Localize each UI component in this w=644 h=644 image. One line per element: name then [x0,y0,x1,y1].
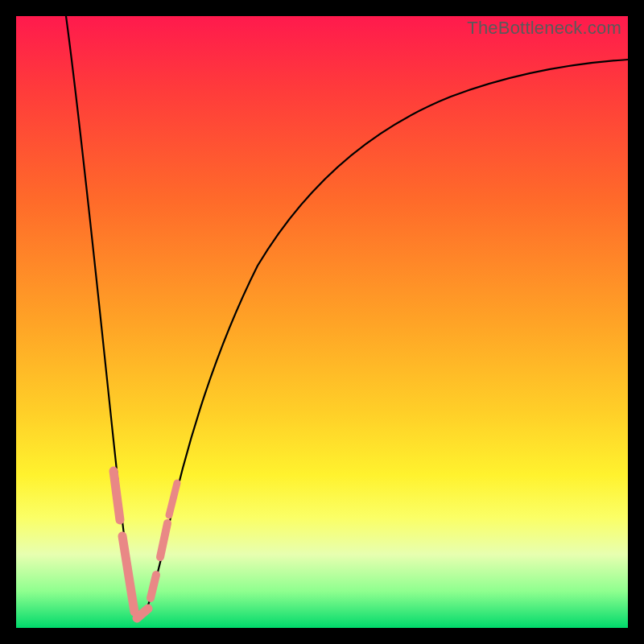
bead-segment [122,536,134,612]
bead-segment [160,523,167,557]
bead-segment [114,471,120,520]
bottleneck-curve-svg [16,16,628,628]
bottleneck-curve-line [66,16,628,617]
chart-plot-area: TheBottleneck.com [16,16,628,628]
bead-segment [137,609,148,618]
bead-segment [169,483,177,515]
bead-segment [151,575,156,598]
watermark-text: TheBottleneck.com [467,18,621,39]
